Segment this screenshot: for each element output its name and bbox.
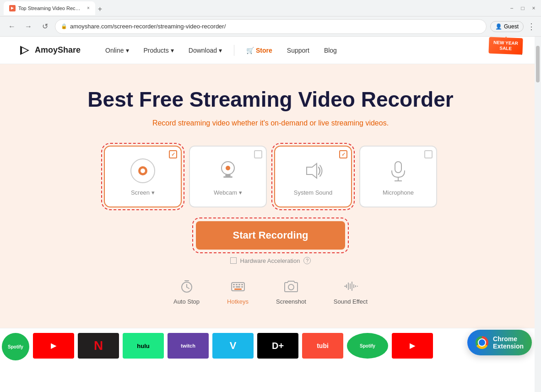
feature-sound-effect[interactable]: Sound Effect — [334, 278, 368, 305]
logo-youtube-2: ▶ — [392, 333, 433, 359]
microphone-checkbox[interactable] — [424, 150, 433, 158]
logo-vimeo: V — [212, 333, 254, 359]
address-bar[interactable]: 🔒 amoyshare.com/screen-recorder/streamin… — [55, 19, 487, 34]
forward-button[interactable]: → — [22, 20, 35, 33]
hardware-acceleration: Hardware Acceleration ? — [230, 257, 311, 264]
clock-icon — [179, 278, 195, 294]
hero-title: Best Free Streaming Video Recorder — [18, 87, 523, 112]
browser-tabs: ▶ Top Streaming Video Record... × + — [4, 1, 504, 15]
scrollbar[interactable] — [535, 37, 541, 365]
logos-strip: Spotify ▶ N hulu twitch V D+ tubi Spotif… — [0, 328, 541, 365]
logo-icon — [18, 44, 31, 57]
chevron-down-icon: ▾ — [171, 47, 174, 54]
start-recording-button[interactable]: Start Recording — [196, 221, 345, 250]
nav-support[interactable]: Support — [281, 43, 316, 58]
logo-hulu: hulu — [123, 333, 164, 359]
chrome-extension-button[interactable]: Chrome Extension — [467, 330, 532, 355]
logo-spotify-1: Spotify — [2, 333, 29, 360]
site-nav: AmoyShare Online ▾ Products ▾ Download ▾… — [0, 37, 541, 64]
chrome-logo-icon — [476, 336, 488, 349]
webcam-checkbox[interactable] — [254, 150, 262, 158]
svg-rect-20 — [238, 284, 240, 285]
system-sound-checkbox[interactable] — [339, 150, 347, 158]
new-tab-button[interactable]: + — [96, 3, 104, 15]
svg-marker-9 — [307, 163, 317, 178]
scrollbar-thumb[interactable] — [536, 46, 540, 82]
feature-auto-stop[interactable]: Auto Stop — [173, 278, 200, 305]
hotkeys-label: Hotkeys — [227, 298, 249, 305]
microphone-card[interactable]: Microphone — [359, 146, 437, 207]
svg-rect-10 — [395, 162, 401, 173]
hw-accel-checkbox[interactable] — [230, 257, 237, 264]
start-recording-wrapper: Start Recording Hardware Acceleration ? — [18, 221, 523, 264]
svg-rect-25 — [234, 289, 242, 290]
sale-badge: NEW YEAR SALE — [489, 37, 523, 55]
feature-hotkeys[interactable]: Hotkeys — [227, 278, 249, 305]
features-row: Auto Stop Hotkeys — [18, 278, 523, 305]
screen-label[interactable]: Screen ▾ — [131, 189, 155, 196]
logo-youtube-1: ▶ — [33, 333, 74, 359]
screen-card[interactable]: Screen ▾ — [104, 146, 182, 207]
svg-rect-18 — [233, 284, 235, 285]
nav-blog[interactable]: Blog — [318, 43, 343, 58]
nav-online[interactable]: Online ▾ — [99, 43, 135, 58]
browser-titlebar: ▶ Top Streaming Video Record... × + − □ … — [0, 0, 541, 16]
system-sound-card[interactable]: System Sound — [274, 146, 352, 207]
svg-rect-24 — [241, 286, 243, 288]
tab-close-button[interactable]: × — [87, 5, 90, 11]
screen-checkbox[interactable] — [169, 150, 177, 158]
hw-accel-label: Hardware Acceleration — [240, 257, 300, 264]
more-options-button[interactable]: ⋮ — [527, 22, 536, 32]
system-sound-icon — [299, 157, 327, 185]
tab-title: Top Streaming Video Record... — [18, 5, 82, 11]
site-logo[interactable]: AmoyShare — [18, 44, 81, 57]
svg-point-26 — [288, 284, 294, 290]
svg-rect-23 — [236, 286, 240, 288]
sound-effect-label: Sound Effect — [334, 298, 368, 305]
window-controls: − □ × — [508, 5, 537, 12]
dropdown-arrow: ▾ — [151, 189, 155, 196]
logo-spotify-2: Spotify — [347, 333, 388, 359]
nav-store[interactable]: 🛒 Store — [240, 43, 279, 58]
back-button[interactable]: ← — [5, 20, 18, 33]
screen-icon — [129, 157, 157, 185]
svg-line-15 — [187, 287, 189, 289]
refresh-button[interactable]: ↺ — [38, 20, 51, 33]
active-tab[interactable]: ▶ Top Streaming Video Record... × — [4, 1, 95, 15]
svg-point-6 — [226, 166, 230, 170]
url-text: amoyshare.com/screen-recorder/streaming-… — [70, 23, 226, 30]
logo-tubi: tubi — [302, 333, 343, 359]
microphone-icon — [384, 157, 412, 185]
tab-favicon: ▶ — [9, 5, 16, 11]
screenshot-label: Screenshot — [276, 298, 306, 305]
svg-point-4 — [141, 169, 145, 173]
profile-button[interactable]: 👤 Guest — [490, 21, 524, 32]
logo-text: AmoyShare — [35, 45, 81, 55]
hw-accel-help[interactable]: ? — [303, 257, 311, 264]
cart-icon: 🛒 — [246, 47, 254, 54]
system-sound-label: System Sound — [294, 189, 333, 196]
profile-icon: 👤 — [495, 23, 502, 30]
svg-rect-22 — [233, 286, 235, 288]
feature-screenshot[interactable]: Screenshot — [276, 278, 306, 305]
close-button[interactable]: × — [530, 5, 537, 12]
webcam-card[interactable]: Webcam ▾ — [189, 146, 267, 207]
webcam-icon — [214, 157, 242, 185]
waveform-icon — [342, 278, 359, 294]
logo-disney: D+ — [257, 333, 298, 359]
nav-divider — [234, 45, 234, 56]
nav-download[interactable]: Download ▾ — [182, 43, 228, 58]
maximize-button[interactable]: □ — [519, 5, 526, 12]
camera-icon — [283, 278, 299, 294]
svg-rect-21 — [241, 284, 243, 285]
logo-netflix: N — [78, 333, 119, 359]
svg-rect-19 — [236, 284, 238, 285]
svg-rect-8 — [223, 176, 233, 178]
microphone-label: Microphone — [383, 189, 414, 196]
nav-products[interactable]: Products ▾ — [137, 43, 180, 58]
minimize-button[interactable]: − — [508, 5, 515, 12]
logo-twitch: twitch — [168, 333, 209, 359]
browser-toolbar: ← → ↺ 🔒 amoyshare.com/screen-recorder/st… — [0, 16, 541, 37]
webcam-label[interactable]: Webcam ▾ — [214, 189, 242, 196]
dropdown-arrow: ▾ — [239, 189, 242, 196]
